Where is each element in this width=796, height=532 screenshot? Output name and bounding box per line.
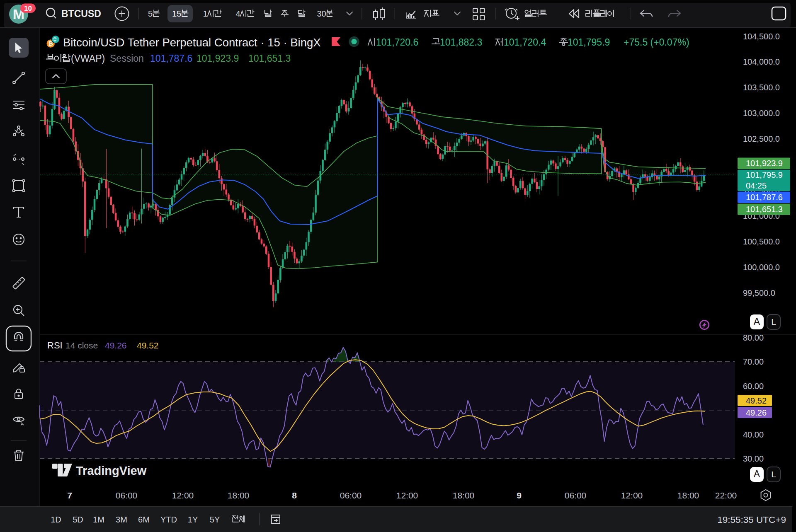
svg-text:8: 8 xyxy=(292,491,297,500)
svg-text:49.52: 49.52 xyxy=(137,341,159,350)
svg-text:49.26: 49.26 xyxy=(746,408,767,417)
svg-text:12:00: 12:00 xyxy=(621,491,643,500)
svg-text:102,500.0: 102,500.0 xyxy=(743,134,780,143)
svg-text:101,923.9: 101,923.9 xyxy=(197,53,239,64)
svg-text:19:55:35 UTC+9: 19:55:35 UTC+9 xyxy=(717,515,786,525)
svg-text:15: 15 xyxy=(172,9,181,18)
svg-text:101,787.6: 101,787.6 xyxy=(150,53,192,64)
svg-text:BTCUSD: BTCUSD xyxy=(61,8,101,19)
svg-text:YTD: YTD xyxy=(160,515,177,524)
svg-text:60.00: 60.00 xyxy=(743,382,764,391)
svg-text:A: A xyxy=(754,469,760,479)
svg-text:04:25: 04:25 xyxy=(746,181,767,190)
svg-text:101,795.9: 101,795.9 xyxy=(568,37,610,48)
svg-text:18:00: 18:00 xyxy=(453,491,475,500)
svg-text:80.00: 80.00 xyxy=(743,333,764,342)
svg-text:06:00: 06:00 xyxy=(116,491,138,500)
svg-text:101,651.3: 101,651.3 xyxy=(248,53,291,64)
svg-text:101,720.6: 101,720.6 xyxy=(376,37,418,48)
svg-text:104,500.0: 104,500.0 xyxy=(743,32,780,41)
svg-text:10: 10 xyxy=(24,5,32,12)
svg-text:4: 4 xyxy=(236,9,240,18)
svg-text:7: 7 xyxy=(67,491,72,500)
svg-text:100,000.0: 100,000.0 xyxy=(743,263,780,272)
svg-text:A: A xyxy=(754,316,760,327)
svg-text:101,720.4: 101,720.4 xyxy=(504,37,546,48)
svg-text:40.00: 40.00 xyxy=(743,430,764,439)
svg-text:1D: 1D xyxy=(51,515,61,524)
svg-text:101,882.3: 101,882.3 xyxy=(440,37,482,48)
svg-text:Session: Session xyxy=(110,53,144,64)
svg-text:(VWAP): (VWAP) xyxy=(71,53,105,64)
svg-text:22:00: 22:00 xyxy=(715,491,737,500)
svg-text:30: 30 xyxy=(317,9,326,18)
svg-text:14 close: 14 close xyxy=(66,341,98,350)
svg-text:70.00: 70.00 xyxy=(743,357,764,366)
svg-text:18:00: 18:00 xyxy=(677,491,699,500)
svg-text:6M: 6M xyxy=(138,515,150,524)
svg-text:Bitcoin/USD Tether Perpetual C: Bitcoin/USD Tether Perpetual Contract · … xyxy=(63,36,321,49)
svg-text:101,795.9: 101,795.9 xyxy=(746,170,783,179)
svg-text:TradingView: TradingView xyxy=(76,464,147,477)
svg-text:+75.5 (+0.07%): +75.5 (+0.07%) xyxy=(624,37,689,48)
svg-text:9: 9 xyxy=(517,491,522,500)
svg-text:L: L xyxy=(771,469,776,479)
svg-text:101,923.9: 101,923.9 xyxy=(746,159,783,168)
svg-text:5Y: 5Y xyxy=(210,515,220,524)
svg-text:49.26: 49.26 xyxy=(105,341,127,350)
svg-text:5D: 5D xyxy=(73,515,83,524)
svg-text:49.52: 49.52 xyxy=(746,396,767,405)
svg-text:104,000.0: 104,000.0 xyxy=(743,57,780,66)
svg-text:103,000.0: 103,000.0 xyxy=(743,109,780,118)
svg-text:5: 5 xyxy=(148,9,153,18)
svg-text:3M: 3M xyxy=(116,515,127,524)
svg-text:18:00: 18:00 xyxy=(228,491,250,500)
svg-text:12:00: 12:00 xyxy=(396,491,418,500)
svg-text:06:00: 06:00 xyxy=(340,491,362,500)
svg-text:1: 1 xyxy=(203,9,208,18)
svg-text:100,500.0: 100,500.0 xyxy=(743,237,780,246)
svg-text:06:00: 06:00 xyxy=(565,491,587,500)
svg-text:1M: 1M xyxy=(93,515,104,524)
svg-text:101,787.6: 101,787.6 xyxy=(746,193,783,202)
svg-text:99,500.0: 99,500.0 xyxy=(743,288,775,297)
svg-text:101,651.3: 101,651.3 xyxy=(746,205,783,214)
svg-text:30.00: 30.00 xyxy=(743,454,764,463)
svg-text:103,500.0: 103,500.0 xyxy=(743,83,780,92)
svg-text:12:00: 12:00 xyxy=(172,491,194,500)
svg-text:RSI: RSI xyxy=(47,340,63,351)
svg-text:L: L xyxy=(771,317,776,326)
svg-text:1Y: 1Y xyxy=(188,515,198,524)
